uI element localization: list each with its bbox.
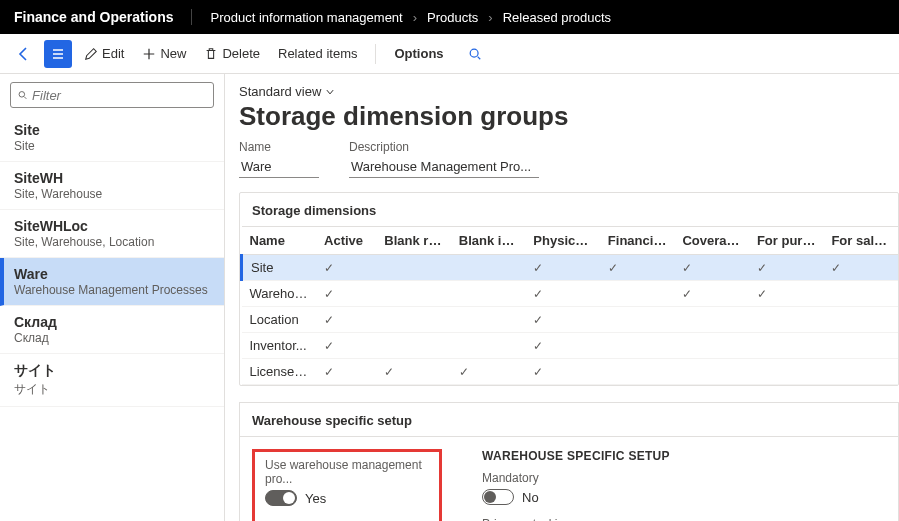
breadcrumb: Product information management › Product… (210, 10, 611, 25)
divider (375, 44, 376, 64)
row-check-cell: ✓ (525, 255, 600, 281)
check-icon: ✓ (324, 313, 334, 327)
check-icon: ✓ (533, 339, 543, 353)
grid-column-header[interactable]: Name (242, 227, 317, 255)
svg-point-1 (19, 92, 25, 98)
filter-box[interactable] (10, 82, 214, 108)
row-check-cell (674, 307, 749, 333)
table-row[interactable]: Inventor...✓✓ (242, 333, 899, 359)
row-check-cell: ✓ (749, 255, 824, 281)
row-check-cell (674, 359, 749, 385)
edit-button[interactable]: Edit (78, 42, 130, 65)
list-item[interactable]: SiteWHLocSite, Warehouse, Location (0, 210, 224, 258)
name-label: Name (239, 140, 319, 154)
row-check-cell: ✓ (451, 359, 526, 385)
name-value[interactable]: Ware (239, 156, 319, 178)
table-row[interactable]: Site✓✓✓✓✓✓ (242, 255, 899, 281)
row-check-cell (749, 307, 824, 333)
row-check-cell (600, 281, 675, 307)
new-button[interactable]: New (136, 42, 192, 65)
grid-column-header[interactable]: Coverage ... (674, 227, 749, 255)
table-row[interactable]: Location✓✓ (242, 307, 899, 333)
list-item-subtitle: Склад (14, 331, 210, 345)
list-item[interactable]: SiteWHSite, Warehouse (0, 162, 224, 210)
row-check-cell: ✓ (674, 255, 749, 281)
list-item[interactable]: サイトサイト (0, 354, 224, 407)
grid-column-header[interactable]: Physical in... (525, 227, 600, 255)
filter-input[interactable] (32, 88, 207, 103)
row-check-cell (451, 333, 526, 359)
row-check-cell (674, 333, 749, 359)
grid-column-header[interactable]: Active (316, 227, 376, 255)
toggle-on-icon (265, 490, 297, 506)
check-icon: ✓ (324, 365, 334, 379)
list-item-title: サイト (14, 362, 210, 380)
search-icon (468, 47, 482, 61)
warehouse-setup-header[interactable]: Warehouse specific setup (239, 402, 899, 436)
search-button[interactable] (462, 43, 488, 65)
warehouse-setup-section-title: WAREHOUSE SPECIFIC SETUP (482, 449, 670, 463)
row-check-cell (600, 359, 675, 385)
row-check-cell (600, 333, 675, 359)
row-name-cell: Location (242, 307, 317, 333)
options-label: Options (394, 46, 443, 61)
check-icon: ✓ (384, 365, 394, 379)
row-check-cell: ✓ (525, 333, 600, 359)
row-name-cell: Site (242, 255, 317, 281)
options-button[interactable]: Options (388, 42, 449, 65)
list-item[interactable]: СкладСклад (0, 306, 224, 354)
list-item-title: Ware (14, 266, 210, 282)
row-check-cell: ✓ (749, 281, 824, 307)
mandatory-toggle[interactable]: No (482, 489, 670, 505)
check-icon: ✓ (324, 287, 334, 301)
list-panel-button[interactable] (44, 40, 72, 68)
topbar: Finance and Operations Product informati… (0, 0, 899, 34)
check-icon: ✓ (533, 313, 543, 327)
row-check-cell (451, 281, 526, 307)
list-item-title: SiteWHLoc (14, 218, 210, 234)
page-title: Storage dimension groups (239, 101, 899, 132)
list-item[interactable]: WareWarehouse Management Processes (0, 258, 224, 306)
row-check-cell (376, 307, 451, 333)
grid-column-header[interactable]: Blank recei... (376, 227, 451, 255)
related-items-button[interactable]: Related items (272, 42, 363, 65)
dimensions-grid[interactable]: NameActiveBlank recei...Blank issue...Ph… (240, 226, 898, 385)
storage-dimensions-header[interactable]: Storage dimensions (240, 193, 898, 226)
table-row[interactable]: License p...✓✓✓✓ (242, 359, 899, 385)
name-field: Name Ware (239, 140, 319, 178)
delete-button[interactable]: Delete (198, 42, 266, 65)
grid-column-header[interactable]: For sales p... (823, 227, 898, 255)
grid-column-header[interactable]: Blank issue... (451, 227, 526, 255)
grid-column-header[interactable]: For purcha... (749, 227, 824, 255)
row-check-cell (823, 333, 898, 359)
list-panel: SiteSiteSiteWHSite, WarehouseSiteWHLocSi… (0, 74, 225, 521)
description-value[interactable]: Warehouse Management Pro... (349, 156, 539, 178)
chevron-right-icon: › (413, 10, 417, 25)
use-wmp-value: Yes (305, 491, 326, 506)
view-selector[interactable]: Standard view (239, 84, 899, 99)
use-wmp-toggle[interactable]: Yes (265, 490, 429, 506)
crumb-products[interactable]: Products (427, 10, 478, 25)
list-item-title: Склад (14, 314, 210, 330)
edit-label: Edit (102, 46, 124, 61)
grid-column-header[interactable]: Financial i... (600, 227, 675, 255)
check-icon: ✓ (533, 261, 543, 275)
mandatory-label: Mandatory (482, 471, 670, 485)
row-check-cell (749, 333, 824, 359)
row-check-cell: ✓ (316, 333, 376, 359)
row-check-cell (376, 333, 451, 359)
chevron-down-icon (325, 87, 335, 97)
storage-dimensions-group: Storage dimensions NameActiveBlank recei… (239, 192, 899, 386)
list-item[interactable]: SiteSite (0, 114, 224, 162)
table-row[interactable]: Warehou...✓✓✓✓ (242, 281, 899, 307)
crumb-module[interactable]: Product information management (210, 10, 402, 25)
back-button[interactable] (10, 40, 38, 68)
row-name-cell: Warehou... (242, 281, 317, 307)
crumb-released[interactable]: Released products (503, 10, 611, 25)
list-item-subtitle: Site, Warehouse (14, 187, 210, 201)
check-icon: ✓ (757, 287, 767, 301)
row-check-cell (823, 359, 898, 385)
plus-icon (142, 47, 156, 61)
row-name-cell: License p... (242, 359, 317, 385)
check-icon: ✓ (682, 287, 692, 301)
